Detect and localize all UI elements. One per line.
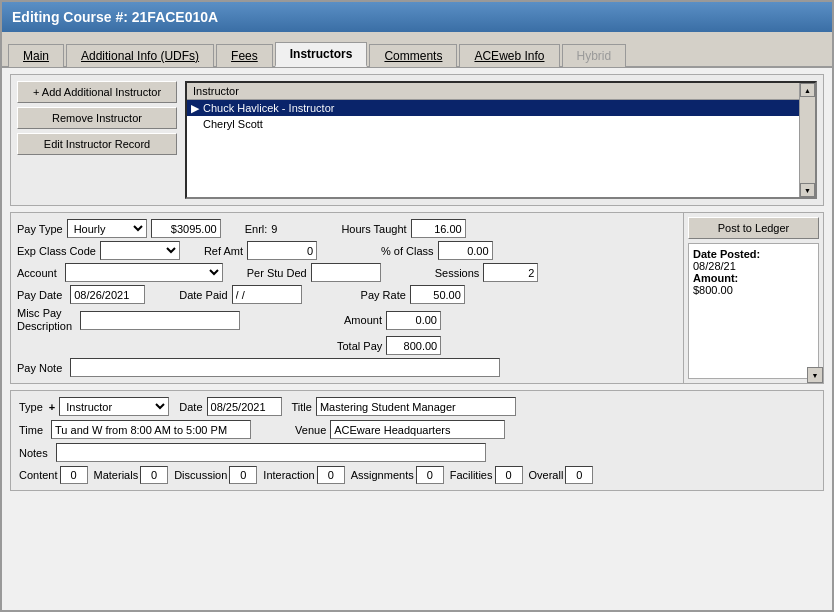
- misc-pay-row: Misc Pay Description Amount: [17, 307, 677, 333]
- pay-rate-input[interactable]: [410, 285, 465, 304]
- content-area: + Add Additional Instructor Remove Instr…: [2, 68, 832, 612]
- date-paid-label: Date Paid: [179, 289, 227, 301]
- add-additional-instructor-button[interactable]: + Add Additional Instructor: [17, 81, 177, 103]
- ledger-info-panel: Date Posted: 08/28/21 Amount: $800.00: [688, 243, 819, 379]
- list-item[interactable]: [187, 148, 815, 164]
- pay-rate-label: Pay Rate: [361, 289, 406, 301]
- instructor-buttons: + Add Additional Instructor Remove Instr…: [17, 81, 177, 199]
- title-input[interactable]: [316, 397, 516, 416]
- list-item[interactable]: [187, 132, 815, 148]
- tab-additional-info[interactable]: Additional Info (UDFs): [66, 44, 214, 67]
- pct-class-label: % of Class: [381, 245, 434, 257]
- notes-label: Notes: [19, 447, 48, 459]
- total-pay-row: Total Pay: [17, 336, 677, 355]
- misc-pay-input[interactable]: [80, 311, 240, 330]
- instructor-list-rows: ▶ Chuck Havlicek - Instructor Cheryl Sco…: [187, 100, 815, 197]
- date-label: Date: [179, 401, 202, 413]
- enrl-value: 9: [271, 223, 277, 235]
- overall-label: Overall: [529, 469, 564, 481]
- account-select[interactable]: [65, 263, 223, 282]
- tab-hybrid: Hybrid: [562, 44, 627, 67]
- amount-label: Amount: [344, 314, 382, 326]
- pay-type-select[interactable]: Hourly Flat Rate Percentage: [67, 219, 147, 238]
- date-paid-input[interactable]: [232, 285, 302, 304]
- date-posted-value: 08/28/21: [693, 260, 814, 272]
- exp-class-code-label: Exp Class Code: [17, 245, 96, 257]
- venue-label: Venue: [295, 424, 326, 436]
- time-input[interactable]: [51, 420, 251, 439]
- pay-note-label: Pay Note: [17, 362, 62, 374]
- pay-note-row: Pay Note: [17, 358, 677, 377]
- type-label: Type: [19, 401, 43, 413]
- main-window: Editing Course #: 21FACE010A Main Additi…: [0, 0, 834, 612]
- remove-instructor-button[interactable]: Remove Instructor: [17, 107, 177, 129]
- tab-aceweb-info[interactable]: ACEweb Info: [459, 44, 559, 67]
- discussion-label: Discussion: [174, 469, 227, 481]
- amount-input[interactable]: [386, 311, 441, 330]
- account-label: Account: [17, 267, 57, 279]
- exp-class-code-select[interactable]: [100, 241, 180, 260]
- scroll-down-arrow[interactable]: ▼: [800, 183, 815, 197]
- facilities-value: 0: [495, 466, 523, 484]
- date-input[interactable]: [207, 397, 282, 416]
- tabs-bar: Main Additional Info (UDFs) Fees Instruc…: [2, 32, 832, 68]
- content-label: Content: [19, 469, 58, 481]
- list-item[interactable]: Cheryl Scott: [187, 116, 815, 132]
- tab-comments[interactable]: Comments: [369, 44, 457, 67]
- ref-amt-label: Ref Amt: [204, 245, 243, 257]
- overall-value: 0: [565, 466, 593, 484]
- edit-instructor-record-button[interactable]: Edit Instructor Record: [17, 133, 177, 155]
- assignments-label: Assignments: [351, 469, 414, 481]
- instructor-list-header: Instructor: [187, 83, 815, 100]
- pay-date-input[interactable]: [70, 285, 145, 304]
- ledger-amount-value: $800.00: [693, 284, 814, 296]
- account-row: Account Per Stu Ded Sessions: [17, 263, 677, 282]
- type-plus: +: [49, 401, 55, 413]
- enrl-label: Enrl:: [245, 223, 268, 235]
- bottom-section: Type + Instructor Date Title Time Venue: [10, 390, 824, 491]
- list-item[interactable]: ▶ Chuck Havlicek - Instructor: [187, 100, 815, 116]
- pay-type-label: Pay Type: [17, 223, 63, 235]
- rating-interaction: Interaction 0: [263, 466, 344, 484]
- title-label: Title: [292, 401, 312, 413]
- instructor-list-scrollbar[interactable]: ▲ ▼: [799, 83, 815, 197]
- list-item[interactable]: [187, 164, 815, 180]
- pct-class-input[interactable]: [438, 241, 493, 260]
- pay-section: Pay Type Hourly Flat Rate Percentage Enr…: [10, 212, 824, 384]
- type-date-row: Type + Instructor Date Title: [19, 397, 815, 416]
- content-value: 0: [60, 466, 88, 484]
- pay-amount-input[interactable]: [151, 219, 221, 238]
- misc-pay-label: Misc Pay Description: [17, 307, 72, 333]
- per-stu-ded-input[interactable]: [311, 263, 381, 282]
- tab-instructors[interactable]: Instructors: [275, 42, 368, 67]
- type-select[interactable]: Instructor: [59, 397, 169, 416]
- rating-content: Content 0: [19, 466, 88, 484]
- date-posted-label: Date Posted:: [693, 248, 814, 260]
- pay-date-label: Pay Date: [17, 289, 62, 301]
- exp-class-row: Exp Class Code Ref Amt % of Class: [17, 241, 677, 260]
- hours-taught-input[interactable]: [411, 219, 466, 238]
- pay-fields: Pay Type Hourly Flat Rate Percentage Enr…: [11, 213, 683, 383]
- notes-input[interactable]: [56, 443, 486, 462]
- pay-type-row: Pay Type Hourly Flat Rate Percentage Enr…: [17, 219, 677, 238]
- hours-taught-label: Hours Taught: [341, 223, 406, 235]
- total-pay-label: Total Pay: [337, 340, 382, 352]
- sessions-label: Sessions: [435, 267, 480, 279]
- per-stu-ded-label: Per Stu Ded: [247, 267, 307, 279]
- sessions-input[interactable]: [483, 263, 538, 282]
- ledger-scroll-down[interactable]: ▼: [807, 367, 823, 383]
- tab-fees[interactable]: Fees: [216, 44, 273, 67]
- ledger-amount-label: Amount:: [693, 272, 814, 284]
- total-pay-input[interactable]: [386, 336, 441, 355]
- tab-main[interactable]: Main: [8, 44, 64, 67]
- notes-row: Notes: [19, 443, 815, 462]
- post-to-ledger-button[interactable]: Post to Ledger: [688, 217, 819, 239]
- assignments-value: 0: [416, 466, 444, 484]
- ref-amt-input[interactable]: [247, 241, 317, 260]
- scroll-up-arrow[interactable]: ▲: [800, 83, 815, 97]
- venue-input[interactable]: [330, 420, 505, 439]
- instructor-section: + Add Additional Instructor Remove Instr…: [10, 74, 824, 206]
- pay-date-row: Pay Date Date Paid Pay Rate: [17, 285, 677, 304]
- selected-arrow-icon: ▶: [191, 102, 199, 115]
- pay-note-input[interactable]: [70, 358, 500, 377]
